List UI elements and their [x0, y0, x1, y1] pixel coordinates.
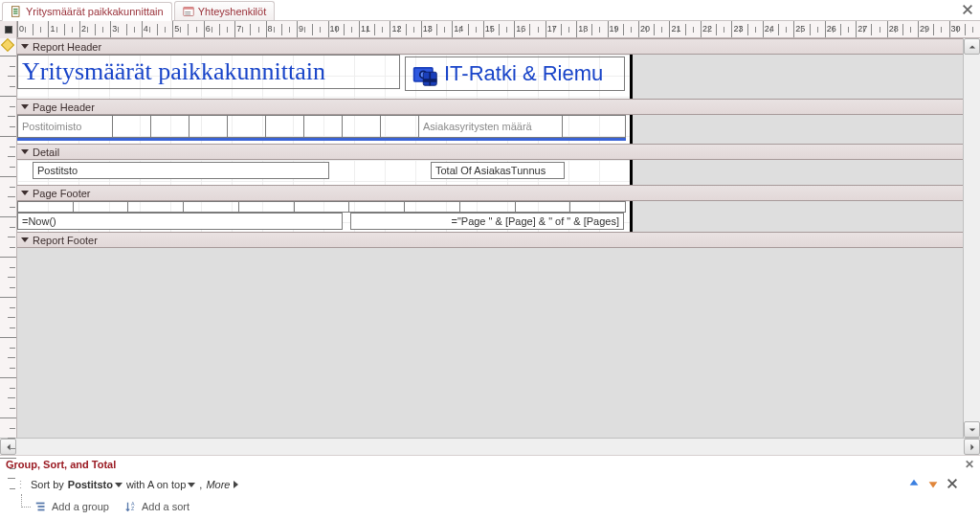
chevron-down-icon [21, 104, 29, 109]
canvas-viewport: Report Header Yritysmäärät paikkakunnitt… [17, 38, 980, 438]
design-surface-wrap: Report Header Yritysmäärät paikkakunnitt… [0, 38, 980, 438]
diamond-marker-icon [1, 38, 14, 52]
add-sort-text: Add a sort [142, 501, 189, 512]
delete-sort-icon[interactable] [946, 477, 959, 492]
move-down-icon[interactable] [926, 477, 940, 492]
form-icon [183, 6, 194, 17]
gst-sort-field-text: Postitsto [68, 479, 113, 490]
detail-field-2[interactable]: Total Of AsiakasTunnus [431, 162, 565, 179]
svg-rect-14 [423, 79, 436, 82]
close-icon[interactable] [961, 3, 974, 16]
brand-text: IT-Ratki & Riemu [444, 61, 603, 86]
column-header-2-text: Asiakasyritysten määrä [423, 121, 532, 132]
detail-field-1-text: Postitsto [37, 165, 78, 176]
report-canvas[interactable]: Report Header Yritysmäärät paikkakunnitt… [17, 38, 980, 438]
add-group-text: Add a group [52, 501, 109, 512]
chevron-down-icon [115, 483, 122, 487]
chevron-down-icon [21, 237, 29, 242]
svg-text:Z: Z [131, 506, 135, 511]
section-label: Page Header [33, 102, 95, 113]
add-sort-button[interactable]: AZ Add a sort [124, 500, 189, 513]
select-all-box[interactable] [0, 21, 17, 38]
drag-handle-icon[interactable]: ⋮ [15, 479, 27, 491]
page-expr-control[interactable]: ="Page " & [Page] & " of " & [Pages] [350, 213, 624, 230]
svg-rect-5 [183, 7, 193, 9]
chevron-down-icon [21, 149, 29, 154]
vertical-scrollbar[interactable] [963, 38, 980, 438]
gst-sort-row[interactable]: ⋮ Sort by Postitsto with A on top , More [0, 473, 980, 496]
section-bar-detail[interactable]: Detail [17, 144, 980, 160]
gst-comma: , [199, 479, 202, 490]
gst-sort-order-dropdown[interactable]: with A on top [126, 479, 195, 490]
brand-label-control[interactable]: IT-Ratki & Riemu [405, 56, 625, 91]
tab-report-active[interactable]: Yritysmäärät paikkakunnittain [2, 2, 172, 21]
document-tabs: Yritysmäärät paikkakunnittain Yhteyshenk… [0, 0, 980, 21]
section-bar-report-header[interactable]: Report Header [17, 38, 980, 55]
gst-sort-field-dropdown[interactable]: Postitsto [68, 479, 122, 490]
gst-more-text: More [206, 479, 230, 490]
svg-rect-3 [13, 13, 18, 14]
now-expr-control[interactable]: =Now() [17, 213, 343, 230]
section-label: Detail [33, 147, 59, 158]
svg-rect-16 [38, 506, 45, 508]
scroll-up-icon[interactable] [964, 38, 980, 55]
gst-add-row: Add a group AZ Add a sort [0, 496, 980, 519]
tab-label: Yhteyshenkilöt [198, 6, 267, 17]
section-bar-report-footer[interactable]: Report Footer [17, 232, 980, 248]
svg-rect-7 [185, 13, 190, 14]
detail-field-1[interactable]: Postitsto [33, 162, 329, 179]
svg-rect-2 [13, 11, 18, 11]
now-expr-text: =Now() [22, 215, 56, 227]
svg-rect-15 [36, 503, 45, 505]
svg-rect-1 [13, 9, 18, 10]
section-label: Report Footer [33, 235, 98, 246]
chevron-down-icon [21, 191, 29, 195]
chevron-down-icon [21, 44, 29, 49]
gst-close-icon[interactable]: ✕ [965, 458, 974, 471]
section-body-report-footer[interactable] [17, 248, 980, 438]
section-bar-page-header[interactable]: Page Header [17, 99, 980, 115]
logo-icon [412, 60, 438, 87]
report-icon [11, 6, 22, 17]
svg-rect-17 [38, 509, 45, 511]
column-header-1[interactable]: Postitoimisto [17, 115, 113, 138]
gst-title-bar: Group, Sort, and Total ✕ [0, 456, 980, 473]
svg-rect-6 [185, 11, 190, 12]
tab-form[interactable]: Yhteyshenkilöt [174, 1, 276, 20]
title-label-control[interactable]: Yritysmäärät paikkakunnittain [17, 55, 400, 89]
chevron-right-icon [234, 481, 238, 488]
section-body-report-header[interactable]: Yritysmäärät paikkakunnittain [17, 55, 980, 99]
tab-label: Yritysmäärät paikkakunnittain [26, 6, 164, 17]
section-body-page-header[interactable]: Postitoimisto Asiakasyritysten määrä [17, 115, 980, 144]
section-bar-page-footer[interactable]: Page Footer [17, 185, 980, 201]
column-header-2[interactable]: Asiakasyritysten määrä [419, 115, 563, 138]
column-header-1-text: Postitoimisto [22, 121, 81, 132]
detail-field-2-text: Total Of AsiakasTunnus [435, 165, 546, 176]
move-up-icon[interactable] [907, 477, 921, 492]
horizontal-ruler[interactable]: 0123456789101112131415161718192021222324… [17, 21, 980, 37]
group-sort-total-pane: Group, Sort, and Total ✕ ⋮ Sort by Posti… [0, 455, 980, 519]
page-expr-text: ="Page " & [Page] & " of " & [Pages] [451, 215, 619, 227]
section-label: Report Header [33, 41, 101, 53]
section-label: Page Footer [33, 188, 91, 199]
ruler-row: 0123456789101112131415161718192021222324… [0, 21, 980, 38]
vertical-ruler[interactable] [0, 38, 17, 438]
add-group-button[interactable]: Add a group [34, 500, 109, 513]
gst-more-button[interactable]: More [206, 479, 238, 490]
scroll-left-icon[interactable] [0, 439, 16, 455]
scroll-down-icon[interactable] [964, 421, 980, 438]
title-text: Yritysmäärät paikkakunnittain [22, 57, 325, 86]
gst-sort-order-text: with A on top [126, 479, 186, 490]
scroll-right-icon[interactable] [964, 439, 980, 455]
gst-sort-by-label: Sort by [31, 479, 64, 490]
gst-title-text: Group, Sort, and Total [6, 459, 116, 470]
section-body-page-footer[interactable]: =Now() ="Page " & [Page] & " of " & [Pag… [17, 201, 980, 232]
horizontal-scrollbar[interactable] [0, 438, 980, 455]
chevron-down-icon [188, 483, 195, 487]
section-body-detail[interactable]: Postitsto Total Of AsiakasTunnus [17, 160, 980, 185]
